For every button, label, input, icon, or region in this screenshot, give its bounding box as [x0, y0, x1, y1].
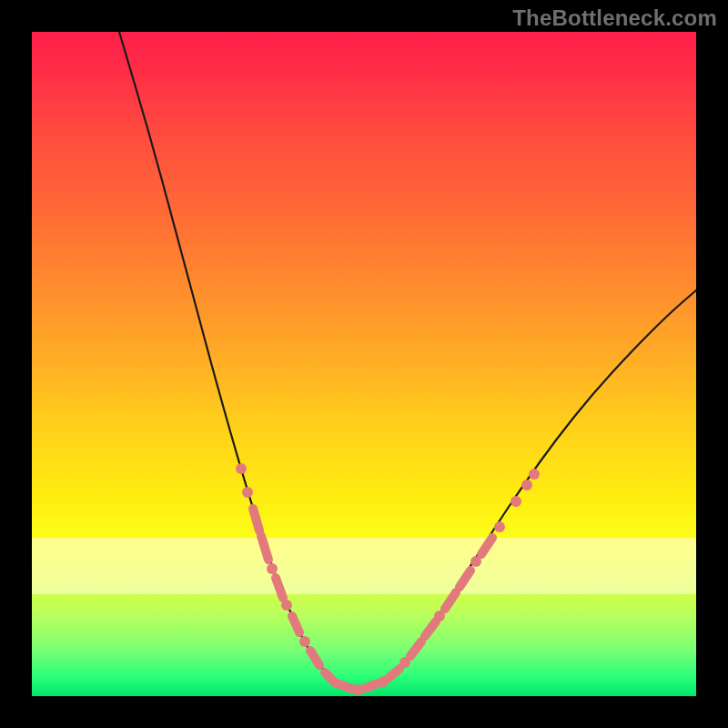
chart-stage: TheBottleneck.com: [0, 0, 728, 728]
watermark-text: TheBottleneck.com: [512, 5, 717, 31]
curve-marker-dash: [339, 684, 352, 689]
curve-marker-dash: [310, 651, 319, 665]
curve-marker-dash: [253, 509, 259, 531]
curve-marker-dash: [425, 622, 436, 636]
bottleneck-curve: [119, 32, 696, 689]
curve-marker-dash: [481, 538, 492, 554]
curve-marker-dash: [325, 672, 336, 683]
curve-marker-dot: [494, 521, 505, 532]
curve-marker-dot: [281, 600, 292, 611]
curve-marker-dash: [389, 669, 399, 678]
curve-marker-dot: [236, 463, 247, 474]
curve-marker-dot: [267, 563, 278, 574]
curve-marker-dot: [242, 487, 253, 498]
curve-layer: [32, 32, 696, 696]
plot-area: [32, 32, 696, 696]
curve-marker-dash: [445, 592, 456, 609]
curve-marker-dash: [292, 616, 299, 632]
curve-marker-dash: [363, 683, 378, 689]
curve-marker-dot: [299, 636, 310, 647]
curve-marker-dot: [529, 469, 540, 480]
curve-marker-dot: [521, 480, 532, 490]
curve-marker-dash: [261, 536, 268, 560]
curve-marker-dash: [410, 642, 421, 656]
curve-marker-dot: [511, 496, 521, 507]
curve-markers: [236, 463, 540, 695]
curve-marker-dash: [276, 578, 283, 598]
curve-marker-dash: [460, 571, 470, 587]
